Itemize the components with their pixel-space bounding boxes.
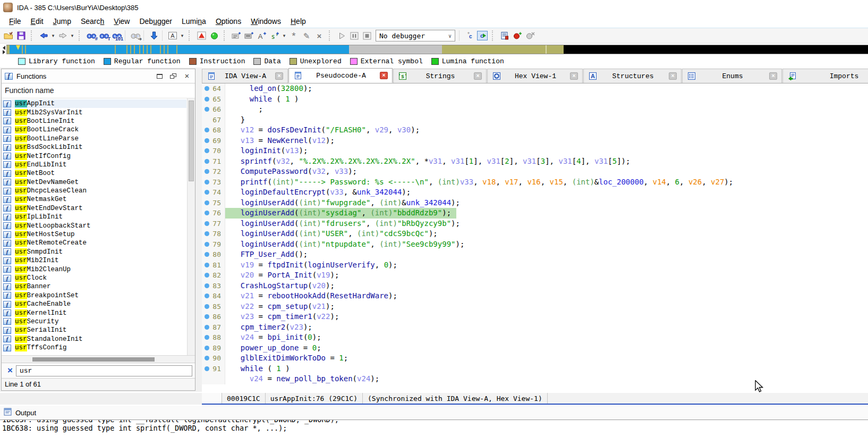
debug-stop-icon[interactable] <box>361 29 373 42</box>
scrollbar-thumb[interactable] <box>32 357 155 362</box>
tab-close-icon[interactable]: × <box>474 72 482 80</box>
navband-segment[interactable] <box>167 45 168 54</box>
debugger-windows-icon[interactable] <box>498 29 511 42</box>
code-text[interactable]: power_up_done = 0; <box>225 343 327 354</box>
function-item-usrNetIfConfig[interactable]: fusrNetIfConfig <box>2 152 186 160</box>
navband-segment[interactable] <box>22 45 23 54</box>
breakpoint-dot[interactable] <box>205 325 209 330</box>
filter-clear-icon[interactable]: × <box>4 365 16 376</box>
pseudocode-line[interactable]: 65 while ( 1 ) <box>202 94 868 105</box>
function-item-usrBsdSockLibInit[interactable]: fusrBsdSockLibInit <box>2 143 186 152</box>
line-gutter[interactable]: 78 <box>202 229 225 239</box>
function-item-usrNetDevNameGet[interactable]: fusrNetDevNameGet <box>2 178 186 187</box>
line-gutter[interactable]: 71 <box>202 156 225 167</box>
code-text[interactable]: cpm_timer2(v23); <box>225 322 318 333</box>
pseudocode-line[interactable]: 64 led_on(32800); <box>202 83 868 94</box>
breakpoint-dot[interactable] <box>205 128 209 132</box>
create-string-dropdown[interactable]: ▾ <box>281 29 287 42</box>
code-text[interactable]: loginUserAdd((int)"USER", (int)"cdcS9bcQ… <box>225 229 443 239</box>
line-gutter[interactable]: 87 <box>202 322 225 333</box>
navigate-back-icon[interactable] <box>37 29 50 42</box>
menu-windows[interactable]: Windows <box>246 16 286 27</box>
rename-icon[interactable]: A <box>166 29 179 42</box>
function-item-usrSecurity[interactable]: fusrSecurity <box>2 317 186 326</box>
navband-segment[interactable] <box>10 45 349 54</box>
current-line-highlight[interactable]: loginUserAdd((int)"sysdiag", (int)"bbddR… <box>225 208 456 219</box>
menu-debugger[interactable]: Debugger <box>134 16 177 27</box>
code-text[interactable]: while ( 1 ) <box>225 364 295 374</box>
breakpoint-dot[interactable] <box>205 242 209 247</box>
code-text[interactable]: FTP_User_Add(); <box>225 249 313 260</box>
function-item-usrIpLibInit[interactable]: fusrIpLibInit <box>2 213 186 221</box>
tab-imports[interactable]: Imports× <box>782 69 868 83</box>
pseudocode-line[interactable]: 79 loginUserAdd((int)"ntpupdate", (int)"… <box>202 239 868 250</box>
breakpoint-dot[interactable] <box>205 314 209 319</box>
navband-segment[interactable] <box>115 45 116 54</box>
line-gutter[interactable]: 73 <box>202 177 225 188</box>
code-text[interactable]: ComputePassword(v32, v33); <box>225 166 362 177</box>
navband-segment[interactable] <box>134 45 135 54</box>
line-gutter[interactable]: 64 <box>202 83 225 94</box>
line-gutter[interactable]: 66 <box>202 104 225 115</box>
navband-segment[interactable] <box>349 45 442 54</box>
line-gutter[interactable]: 80 <box>202 249 225 260</box>
line-gutter[interactable]: 86 <box>202 312 225 322</box>
navband-segment[interactable] <box>164 45 165 54</box>
menu-edit[interactable]: Edit <box>26 16 48 27</box>
function-item-usrAppInit[interactable]: fusrAppInit <box>2 99 186 108</box>
breakpoint-dot[interactable] <box>205 252 209 257</box>
tab-enums[interactable]: Enums× <box>682 69 782 83</box>
create-data-icon[interactable] <box>243 29 256 42</box>
tab-structures[interactable]: AStructures× <box>583 69 682 83</box>
code-text[interactable]: printf((int)"-----> Password: %s <-----\… <box>225 177 738 188</box>
create-string-icon[interactable]: 's' <box>268 29 281 42</box>
pseudocode-line[interactable]: 72 ComputePassword(v32, v33); <box>202 166 868 177</box>
breakpoint-dot[interactable] <box>205 283 209 288</box>
code-text[interactable]: v22 = cpm_setup(v21); <box>225 301 340 312</box>
pseudocode-line[interactable]: 75 loginUserAdd((int)"fwupgrade", (int)&… <box>202 198 868 208</box>
pseudocode-line[interactable]: 87 cpm_timer2(v23); <box>202 322 868 333</box>
line-gutter[interactable]: 91 <box>202 364 225 374</box>
function-item-usrMib2Init[interactable]: fusrMib2Init <box>2 256 186 265</box>
tab-pseudocode-a[interactable]: Pseudocode-A× <box>288 68 393 83</box>
code-text[interactable]: loginUserAdd((int)"ntpupdate", (int)"See… <box>225 239 470 250</box>
code-text[interactable]: v24 = bpi_init(0); <box>225 332 327 343</box>
navigation-band[interactable] <box>6 45 868 54</box>
pseudocode-line[interactable]: 66 ; <box>202 104 868 115</box>
breakpoint-dot[interactable] <box>205 190 209 195</box>
pseudocode-line[interactable]: 70 loginInit(v13); <box>202 146 868 156</box>
code-text[interactable]: loginInit(v13); <box>225 146 313 156</box>
code-text[interactable]: glblExitDimWorkToDo = 1; <box>225 353 353 364</box>
pseudocode-line[interactable]: 85 v22 = cpm_setup(v21); <box>202 301 868 312</box>
breakpoint-delete-icon[interactable] <box>524 29 537 42</box>
jump-icon[interactable] <box>148 29 160 42</box>
navband-segment[interactable] <box>176 45 177 54</box>
code-text[interactable]: loginDefaultEncrypt(v33, &unk_342044); <box>225 187 416 198</box>
line-gutter[interactable]: 89 <box>202 343 225 354</box>
breakpoint-dot[interactable] <box>205 180 209 185</box>
breakpoint-dot[interactable] <box>205 148 209 153</box>
delete-icon[interactable]: × <box>313 29 326 42</box>
function-item-usrKernelInit[interactable]: fusrKernelInit <box>2 308 186 317</box>
panel-maximize-button[interactable] <box>155 72 164 80</box>
debug-pause-icon[interactable] <box>348 29 361 42</box>
tab-ida-view-a[interactable]: IDA View-A× <box>202 69 288 83</box>
save-file-icon[interactable] <box>15 29 28 42</box>
panel-float-button[interactable] <box>168 72 178 80</box>
output-log[interactable]: 1BC63F: using guessed type int __fastcal… <box>0 420 868 436</box>
line-gutter[interactable]: 84 <box>202 291 225 301</box>
navband-segment[interactable] <box>143 45 144 54</box>
line-gutter[interactable]: 90 <box>202 353 225 364</box>
menu-help[interactable]: Help <box>286 16 311 27</box>
line-gutter[interactable]: 76 <box>202 208 225 219</box>
breakpoint-dot[interactable] <box>205 231 209 236</box>
navband-segment[interactable] <box>546 45 547 54</box>
search-text-icon[interactable]: T <box>98 29 110 42</box>
function-item-usrNetmaskGet[interactable]: fusrNetmaskGet <box>2 195 186 204</box>
pseudocode-line[interactable]: 78 loginUserAdd((int)"USER", (int)"cdcS9… <box>202 229 868 239</box>
pseudocode-line[interactable]: 89 power_up_done = 0; <box>202 343 868 354</box>
function-item-usrTffsConfig[interactable]: fusrTffsConfig <box>2 343 186 352</box>
breakpoint-dot[interactable] <box>205 211 209 215</box>
open-file-icon[interactable] <box>2 29 15 42</box>
menu-lumina[interactable]: Lumina <box>177 16 211 27</box>
